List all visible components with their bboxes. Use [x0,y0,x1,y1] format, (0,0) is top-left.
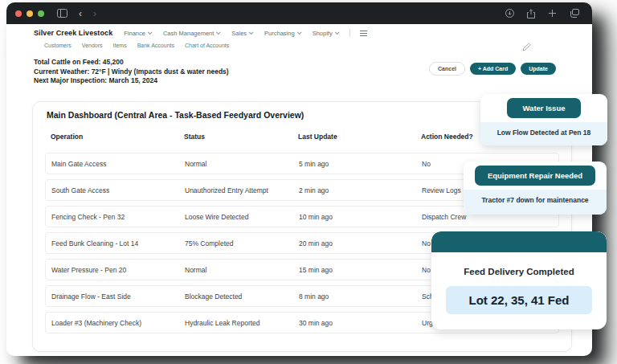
cancel-button[interactable]: Cancel [429,62,465,76]
sidebar-icon[interactable] [57,9,67,18]
update-button[interactable]: Update [521,63,556,75]
subnav-items[interactable]: Items [113,43,127,48]
toast-water-issue[interactable]: Water Issue Low Flow Detected at Pen 18 [480,94,607,145]
cattle-count-text: Total Cattle on Feed: 45,200 [34,58,229,67]
browser-action-icons [505,9,579,18]
toast-feed-delivery[interactable]: Feed Delivery Completed Lot 22, 35, 41 F… [431,231,607,329]
column-last-update: Last Update [298,133,421,141]
feedyard-summary: Total Cattle on Feed: 45,200 Current Wea… [34,58,229,86]
menu-cash-management[interactable]: Cash Management [163,30,219,37]
dashboard-title: Main Dashboard (Central Area - Task-Base… [47,110,304,120]
close-window-button[interactable] [15,10,22,17]
toast-equipment-repair[interactable]: Equipment Repair Needed Tractor #7 down … [464,162,607,215]
chevron-down-icon [148,30,153,35]
new-tab-icon[interactable] [548,9,557,18]
subnav-bank-accounts[interactable]: Bank Accounts [137,43,174,48]
browser-titlebar: ‹ › [6,2,592,24]
toast-message: Tractor #7 down for maintenance [464,190,607,215]
chevron-down-icon [297,30,302,35]
toast-title: Feed Delivery Completed [431,267,607,276]
subnav-chart-of-accounts[interactable]: Chart of Accounts [185,43,229,48]
subnav-customers[interactable]: Customers [44,43,72,48]
forward-icon[interactable]: › [93,9,96,18]
browser-nav-icons: ‹ › [57,9,96,18]
menu-purchasing[interactable]: Purchasing [264,30,300,37]
edit-pencil-icon[interactable] [521,43,531,52]
app-nav: Silver Creek Livestock Finance Cash Mana… [34,29,578,48]
column-status: Status [184,133,298,141]
toast-message: Low Flow Detected at Pen 18 [480,122,607,145]
inspection-text: Next Major Inspection: March 15, 2024 [34,76,229,86]
hamburger-menu-icon[interactable] [360,31,367,36]
minimize-window-button[interactable] [27,10,33,17]
card-actions: Cancel + Add Card Update [429,62,556,76]
window-controls [15,10,44,17]
brand-name: Silver Creek Livestock [34,29,112,37]
toast-title-badge: Equipment Repair Needed [475,166,595,186]
weather-text: Current Weather: 72°F | Windy (Impacts d… [34,67,229,77]
toast-title-badge: Water Issue [507,98,582,118]
main-menus: Finance Cash Management Sales Purchasing… [124,30,337,37]
back-icon[interactable]: ‹ [79,9,82,18]
menu-sales[interactable]: Sales [231,30,252,37]
download-icon[interactable] [505,9,514,18]
toast-header-bar [431,231,607,252]
subnav-vendors[interactable]: Vendors [82,43,103,48]
menu-shopify[interactable]: Shopify [313,30,338,37]
menu-finance[interactable]: Finance [124,30,151,37]
add-card-button[interactable]: + Add Card [470,63,516,75]
chevron-down-icon [216,30,221,35]
screen: ‹ › [0,0,617,364]
toast-highlight-text: Lot 22, 35, 41 Fed [446,286,592,314]
tabs-overview-icon[interactable] [570,9,579,18]
nav-divider [349,29,350,37]
chevron-down-icon [249,30,254,35]
sub-nav: Customers Vendors Items Bank Accounts Ch… [44,43,578,48]
column-operation: Operation [51,133,184,141]
zoom-window-button[interactable] [38,10,44,17]
chevron-down-icon [335,30,340,35]
share-icon[interactable] [527,9,535,18]
